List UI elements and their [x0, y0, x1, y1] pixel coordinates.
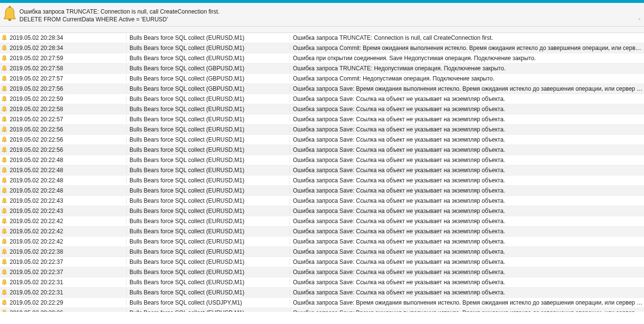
bell-icon: [0, 259, 9, 265]
log-source: Bulls Bears force SQL collect (EURUSD,M1…: [126, 187, 290, 194]
bell-icon: [0, 309, 9, 312]
log-row[interactable]: 2019.05.02 20:22:29Bulls Bears force SQL…: [0, 298, 644, 308]
log-source: Bulls Bears force SQL collect (GBPUSD,M1…: [126, 85, 290, 92]
log-message: Ошибка запроса Save: Ссылка на объект не…: [290, 218, 644, 225]
log-row[interactable]: 2019.05.02 20:28:34Bulls Bears force SQL…: [0, 33, 644, 43]
svg-rect-27: [4, 294, 5, 295]
log-row[interactable]: 2019.05.02 20:22:31Bulls Bears force SQL…: [0, 277, 644, 288]
log-message: Ошибка запроса Save: Ссылка на объект не…: [290, 228, 644, 235]
alert-bell-icon: [0, 6, 19, 23]
svg-rect-7: [4, 91, 5, 92]
log-message: Ошибка запроса Save: Ссылка на объект не…: [290, 208, 644, 214]
log-timestamp: 2019.05.02 20:22:37: [9, 269, 126, 275]
log-row[interactable]: 2019.05.02 20:22:42Bulls Bears force SQL…: [0, 237, 644, 247]
log-source: Bulls Bears force SQL collect (EURUSD,M1…: [126, 106, 290, 113]
alert-header-line1: Ошибка запроса TRUNCATE: Connection is n…: [19, 8, 220, 16]
log-row[interactable]: 2019.05.02 20:22:31Bulls Bears force SQL…: [0, 288, 644, 298]
svg-rect-6: [4, 81, 5, 81]
log-source: Bulls Bears force SQL collect (EURUSD,M1…: [126, 197, 290, 204]
log-message: Ошибка запроса Save: Время ожидания выпо…: [290, 299, 644, 306]
log-source: Bulls Bears force SQL collect (EURUSD,M1…: [126, 228, 290, 235]
log-message: Ошибка запроса Save: Ссылка на объект не…: [290, 146, 644, 153]
log-timestamp: 2019.05.02 20:22:56: [9, 126, 126, 133]
log-message: Ошибка запроса Save: Ссылка на объект не…: [290, 106, 644, 113]
log-row[interactable]: 2019.05.02 20:22:58Bulls Bears force SQL…: [0, 104, 644, 114]
log-timestamp: 2019.05.02 20:20:26: [9, 309, 126, 312]
log-row[interactable]: 2019.05.02 20:27:57Bulls Bears force SQL…: [0, 74, 644, 84]
log-timestamp: 2019.05.02 20:28:34: [9, 34, 126, 41]
log-timestamp: 2019.05.02 20:22:43: [9, 197, 126, 204]
log-source: Bulls Bears force SQL collect (EURUSD,M1…: [126, 218, 290, 225]
log-row[interactable]: 2019.05.02 20:22:42Bulls Bears force SQL…: [0, 216, 644, 227]
log-source: Bulls Bears force SQL collect (EURUSD,M1…: [126, 45, 290, 51]
log-row[interactable]: 2019.05.02 20:22:59Bulls Bears force SQL…: [0, 94, 644, 104]
alert-header-text: Ошибка запроса TRUNCATE: Connection is n…: [19, 6, 220, 23]
log-grid-container: 2019.05.02 20:28:34Bulls Bears force SQL…: [0, 33, 644, 312]
log-timestamp: 2019.05.02 20:22:57: [9, 116, 126, 123]
log-row[interactable]: 2019.05.02 20:22:48Bulls Bears force SQL…: [0, 176, 644, 186]
log-timestamp: 2019.05.02 20:22:31: [9, 289, 126, 296]
log-source: Bulls Bears force SQL collect (EURUSD,M1…: [126, 157, 290, 163]
log-row[interactable]: 2019.05.02 20:27:56Bulls Bears force SQL…: [0, 84, 644, 94]
svg-rect-25: [4, 274, 5, 275]
svg-rect-11: [4, 131, 5, 132]
svg-rect-22: [4, 243, 5, 244]
svg-rect-26: [4, 284, 5, 285]
log-timestamp: 2019.05.02 20:22:42: [9, 228, 126, 235]
bell-icon: [0, 116, 9, 123]
log-row[interactable]: 2019.05.02 20:22:56Bulls Bears force SQL…: [0, 125, 644, 135]
log-row[interactable]: 2019.05.02 20:22:37Bulls Bears force SQL…: [0, 257, 644, 267]
svg-rect-15: [4, 172, 5, 173]
log-timestamp: 2019.05.02 20:22:48: [9, 157, 126, 163]
log-message: Ошибка запроса Save: Ссылка на объект не…: [290, 177, 644, 184]
log-source: Bulls Bears force SQL collect (EURUSD,M1…: [126, 96, 290, 102]
log-row[interactable]: 2019.05.02 20:22:48Bulls Bears force SQL…: [0, 165, 644, 176]
log-timestamp: 2019.05.02 20:22:48: [9, 167, 126, 174]
log-row[interactable]: 2019.05.02 20:22:48Bulls Bears force SQL…: [0, 186, 644, 196]
bell-icon: [0, 269, 9, 275]
svg-rect-19: [4, 213, 5, 214]
log-source: Bulls Bears force SQL collect (EURUSD,M1…: [126, 55, 290, 62]
bell-icon: [0, 45, 9, 51]
svg-rect-20: [4, 223, 5, 224]
svg-rect-16: [4, 182, 5, 183]
svg-rect-4: [4, 60, 5, 61]
log-message: Ошибка запроса Save: Ссылка на объект не…: [290, 136, 644, 143]
log-source: Bulls Bears force SQL collect (EURUSD,M1…: [126, 208, 290, 214]
log-row[interactable]: 2019.05.02 20:22:57Bulls Bears force SQL…: [0, 114, 644, 125]
bell-icon: [0, 299, 9, 306]
log-row[interactable]: 2019.05.02 20:28:34Bulls Bears force SQL…: [0, 43, 644, 53]
log-row[interactable]: 2019.05.02 20:22:43Bulls Bears force SQL…: [0, 206, 644, 216]
bell-icon: [0, 96, 9, 102]
log-message: Ошибка запроса Save: Ссылка на объект не…: [290, 269, 644, 275]
log-grid[interactable]: 2019.05.02 20:28:34Bulls Bears force SQL…: [0, 33, 644, 312]
log-row[interactable]: 2019.05.02 20:22:56Bulls Bears force SQL…: [0, 135, 644, 145]
bell-icon: [0, 208, 9, 214]
alert-header: Ошибка запроса TRUNCATE: Connection is n…: [0, 3, 644, 27]
log-row[interactable]: 2019.05.02 20:27:59Bulls Bears force SQL…: [0, 53, 644, 64]
bell-icon: [0, 218, 9, 225]
log-row[interactable]: 2019.05.02 20:22:38Bulls Bears force SQL…: [0, 247, 644, 257]
svg-rect-10: [4, 121, 5, 122]
log-timestamp: 2019.05.02 20:22:37: [9, 259, 126, 265]
log-row[interactable]: 2019.05.02 20:22:43Bulls Bears force SQL…: [0, 196, 644, 206]
collapse-chevron-icon[interactable]: ˅: [638, 18, 641, 24]
log-source: Bulls Bears force SQL collect (EURUSD,M1…: [126, 126, 290, 133]
svg-rect-2: [4, 40, 5, 41]
log-row[interactable]: 2019.05.02 20:22:48Bulls Bears force SQL…: [0, 155, 644, 165]
log-row[interactable]: 2019.05.02 20:27:58Bulls Bears force SQL…: [0, 64, 644, 74]
log-row[interactable]: 2019.05.02 20:22:56Bulls Bears force SQL…: [0, 145, 644, 155]
log-message: Ошибка запроса Save: Ссылка на объект не…: [290, 157, 644, 163]
log-timestamp: 2019.05.02 20:22:59: [9, 96, 126, 102]
log-row[interactable]: 2019.05.02 20:22:37Bulls Bears force SQL…: [0, 267, 644, 277]
bell-icon: [0, 228, 9, 235]
svg-rect-3: [4, 50, 5, 51]
log-message: Ошибка запроса Save: Ссылка на объект не…: [290, 167, 644, 174]
log-timestamp: 2019.05.02 20:27:57: [9, 75, 126, 82]
log-row[interactable]: 2019.05.02 20:22:42Bulls Bears force SQL…: [0, 227, 644, 237]
log-row[interactable]: 2019.05.02 20:20:26Bulls Bears force SQL…: [0, 308, 644, 312]
svg-rect-18: [4, 203, 5, 204]
svg-rect-21: [4, 233, 5, 234]
log-message: Ошибка запроса Save: Ссылка на объект не…: [290, 116, 644, 123]
log-timestamp: 2019.05.02 20:22:31: [9, 279, 126, 286]
